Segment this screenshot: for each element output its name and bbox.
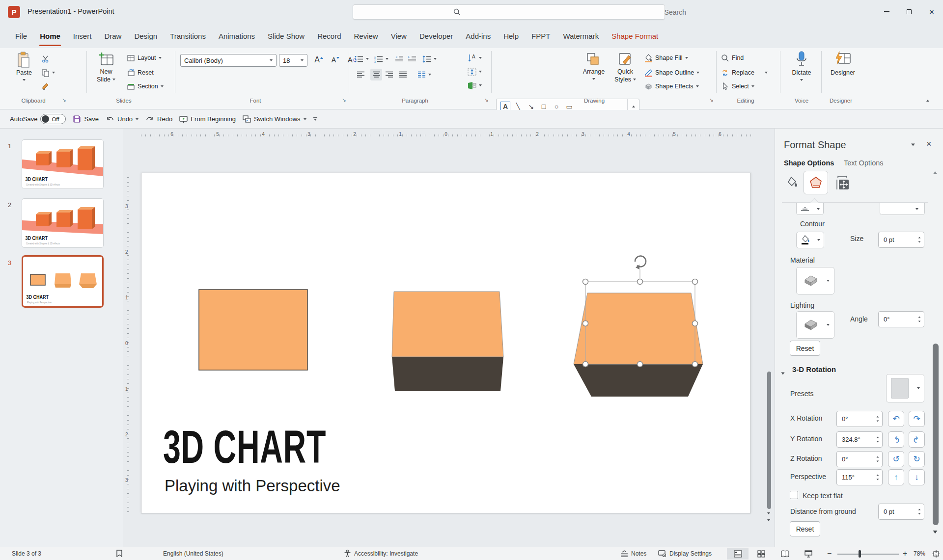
section-button[interactable]: Section	[127, 80, 164, 92]
perspective-up-button[interactable]: ↑	[888, 469, 904, 485]
shape-flat-rectangle[interactable]	[199, 290, 307, 370]
align-center-button[interactable]	[370, 69, 382, 80]
clipped-combo[interactable]	[880, 203, 925, 215]
normal-view-button[interactable]	[727, 548, 749, 560]
keep-text-flat-checkbox[interactable]	[790, 491, 798, 499]
tab-record[interactable]: Record	[311, 24, 347, 48]
arrange-button[interactable]: Arrange	[580, 52, 608, 80]
increase-font-button[interactable]: A	[311, 53, 326, 66]
spinner-arrows[interactable]	[876, 411, 879, 427]
perspective-down-button[interactable]: ↓	[909, 469, 925, 485]
tab-text-options[interactable]: Text Options	[844, 159, 884, 167]
select-button[interactable]: Select	[721, 80, 754, 92]
lighting-dropdown[interactable]	[796, 311, 834, 339]
tab-home[interactable]: Home	[33, 24, 67, 48]
tab-file[interactable]: File	[9, 24, 33, 48]
cut-button[interactable]	[41, 53, 50, 65]
dictate-button[interactable]: Dictate	[787, 51, 816, 81]
zoom-in-button[interactable]: +	[903, 547, 907, 560]
designer-button[interactable]: Designer	[827, 51, 859, 77]
y-rotate-up-button[interactable]: ↶	[888, 431, 904, 448]
drawing-dialog-launcher[interactable]: ↘	[708, 97, 715, 103]
canvas-scrollbar-thumb[interactable]	[767, 372, 771, 509]
x-rotation-spinner[interactable]: 0°	[836, 411, 883, 427]
slide-thumbnail-1[interactable]: 3D CHART Created with Shapes & 3D effect…	[22, 139, 104, 189]
qat-overflow-button[interactable]	[313, 117, 317, 120]
rotation-section-header[interactable]: 3-D Rotation	[792, 365, 836, 373]
display-settings-button[interactable]: Display Settings	[658, 547, 712, 560]
collapse-ribbon-button[interactable]	[926, 95, 929, 104]
find-button[interactable]: Find	[721, 52, 744, 64]
shape-3d-box-middle[interactable]	[392, 292, 503, 391]
decrease-font-button[interactable]: A	[328, 53, 343, 66]
zoom-level[interactable]: 78%	[914, 547, 925, 560]
reset-effects-button[interactable]: Reset	[790, 341, 820, 356]
paragraph-dialog-launcher[interactable]: ↘	[483, 97, 490, 103]
shape-effects-button[interactable]: Shape Effects	[644, 80, 699, 92]
line-spacing-button[interactable]	[422, 53, 437, 65]
gallery-scroll-up[interactable]	[632, 106, 635, 107]
numbering-button[interactable]: 123	[374, 53, 388, 65]
format-painter-button[interactable]	[41, 80, 50, 92]
spinner-arrows[interactable]	[918, 312, 921, 327]
undo-button[interactable]: Undo	[106, 115, 139, 123]
spinner-arrows[interactable]	[918, 232, 921, 247]
canvas-scrollbar[interactable]	[767, 129, 772, 547]
tab-design[interactable]: Design	[128, 24, 164, 48]
contour-size-spinner[interactable]: 0 pt	[878, 232, 924, 248]
copy-button[interactable]	[41, 67, 55, 79]
shape-fill-button[interactable]: Shape Fill	[644, 52, 688, 64]
tab-add-ins[interactable]: Add-ins	[459, 24, 497, 48]
resize-handle-ne[interactable]	[693, 279, 698, 285]
material-dropdown[interactable]	[796, 267, 834, 294]
scroll-up-arrow[interactable]	[933, 171, 937, 174]
align-text-button[interactable]	[468, 66, 482, 78]
y-rotate-down-button[interactable]: ↷	[909, 431, 925, 448]
resize-handle-se[interactable]	[693, 362, 698, 367]
keep-text-flat-label[interactable]: Keep text flat	[803, 492, 843, 500]
new-slide-button[interactable]: New Slide	[91, 52, 121, 83]
convert-to-smartart-button[interactable]	[468, 80, 482, 91]
spinner-arrows[interactable]	[876, 470, 879, 485]
zoom-slider-track[interactable]	[837, 554, 899, 555]
zoom-out-button[interactable]: −	[827, 547, 832, 560]
tab-slide-show[interactable]: Slide Show	[261, 24, 311, 48]
tab-animations[interactable]: Animations	[212, 24, 261, 48]
align-left-button[interactable]	[357, 69, 365, 80]
z-rotate-cw-button[interactable]: ↻	[909, 451, 925, 467]
effects-tab-selected[interactable]	[804, 171, 828, 194]
shape-outline-button[interactable]: Shape Outline	[644, 67, 699, 79]
rotation-section-collapse-icon[interactable]	[781, 368, 784, 376]
spinner-arrows[interactable]	[876, 452, 879, 467]
z-rotation-spinner[interactable]: 0°	[836, 451, 883, 467]
slide-thumbnail-2[interactable]: 3D CHART Created with Shapes & 3D effect…	[22, 198, 104, 248]
bevel-dropdown-clipped[interactable]	[796, 203, 824, 215]
vertical-ruler[interactable]: 3 2 1 0 1 2 3	[124, 173, 132, 513]
decrease-indent-button[interactable]	[395, 53, 403, 65]
contour-color-dropdown[interactable]	[796, 232, 824, 248]
x-rotate-left-button[interactable]: ↶	[888, 411, 904, 427]
maximize-button[interactable]	[898, 0, 920, 24]
reset-rotation-button[interactable]: Reset	[790, 521, 820, 536]
zoom-slider-thumb[interactable]	[859, 550, 861, 558]
slide-show-button[interactable]	[798, 548, 819, 560]
horizontal-ruler[interactable]: 6 5 4 3 2 1 0 1 2 3 4 5 6	[141, 131, 751, 140]
tab-draw[interactable]: Draw	[98, 24, 128, 48]
resize-handle-nw[interactable]	[583, 279, 588, 285]
from-beginning-button[interactable]: From Beginning	[179, 115, 236, 123]
layout-button[interactable]: Layout	[127, 52, 162, 64]
shape-3d-box-selected[interactable]	[574, 293, 703, 397]
search-input[interactable]	[665, 8, 723, 16]
spell-check-button[interactable]	[116, 547, 123, 560]
panel-close-icon[interactable]: ×	[926, 139, 932, 149]
quick-styles-button[interactable]: Quick Styles	[611, 52, 639, 83]
switch-windows-button[interactable]: Switch Windows	[243, 115, 306, 123]
y-rotation-spinner[interactable]: 324.8°	[836, 431, 883, 448]
font-dialog-launcher[interactable]: ↘	[341, 97, 347, 103]
text-direction-button[interactable]: A	[468, 52, 482, 64]
tab-developer[interactable]: Developer	[413, 24, 459, 48]
bullets-button[interactable]	[355, 53, 369, 65]
save-button[interactable]: Save	[73, 115, 99, 123]
autosave-toggle[interactable]: Off	[40, 114, 66, 124]
minimize-button[interactable]	[875, 0, 898, 24]
